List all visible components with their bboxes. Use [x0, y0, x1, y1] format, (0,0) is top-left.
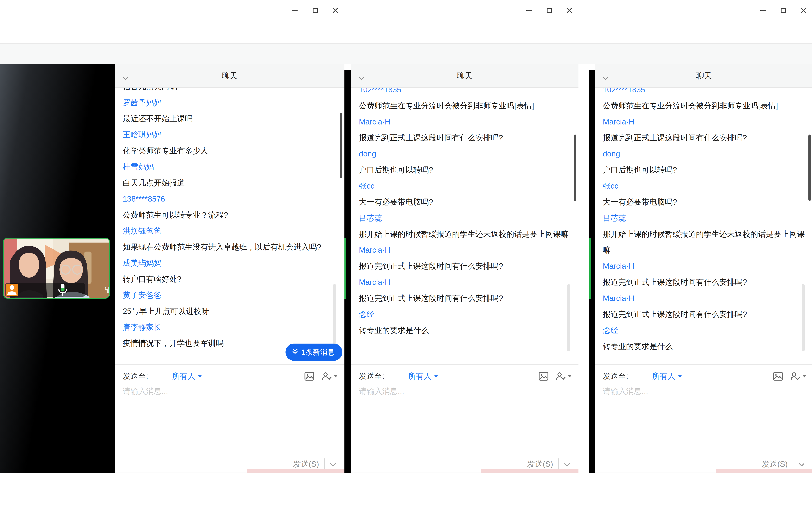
divider [793, 458, 793, 470]
scrollbar-thumb[interactable] [808, 134, 811, 201]
maximize-button[interactable] [305, 0, 325, 21]
audience-value: 所有人 [408, 371, 431, 382]
message-text: 报道完到正式上课这段时间有什么安排吗? [359, 258, 572, 274]
chat-title: 聊天 [351, 70, 578, 81]
minimize-button[interactable] [285, 0, 305, 21]
new-message-button[interactable]: 1条新消息 [286, 343, 342, 361]
maximize-button[interactable] [773, 0, 793, 21]
window-titlebar-band [0, 43, 812, 64]
scrollbar-track-segment[interactable] [333, 284, 336, 352]
new-message-label: 1条新消息 [301, 347, 335, 357]
scrollbar-thumb[interactable] [340, 113, 342, 178]
mention-user-button[interactable] [790, 372, 806, 381]
sender-name: dong [603, 146, 807, 162]
footer-divider [595, 364, 812, 365]
chevron-down-icon[interactable] [602, 73, 609, 83]
window-3-thumbnail-edge [589, 238, 591, 299]
send-options-button[interactable] [799, 459, 805, 469]
audience-dropdown[interactable]: 所有人 [652, 371, 682, 382]
send-options-button[interactable] [330, 459, 336, 469]
message-input[interactable]: 请输入消息... [603, 386, 648, 396]
message-text: 大一有必要带电脑吗? [603, 194, 807, 210]
chat-panel-window-3: 聊天102****1835公费师范生在专业分流时会被分到非师专业吗[表情]Mar… [595, 64, 812, 473]
message-text: 转专业的要求是什么 [359, 323, 572, 338]
window-controls-window-1 [285, 0, 345, 21]
message-input[interactable]: 请输入消息... [359, 386, 404, 396]
mention-user-button[interactable] [555, 372, 572, 381]
sender-name: 洪焕钰爸爸 [123, 223, 338, 239]
message-text: 户口后期也可以转吗? [603, 162, 807, 178]
send-button[interactable]: 发送(S) [527, 459, 553, 469]
sender-name: 黄子安爸爸 [123, 287, 338, 303]
audience-value: 所有人 [172, 371, 195, 382]
close-button[interactable] [793, 0, 812, 21]
message-list[interactable]: 102****1835公费师范生在专业分流时会被分到非师专业吗[表情]Marci… [595, 88, 812, 364]
sender-name: Marcia·H [359, 274, 572, 290]
close-icon [566, 7, 573, 13]
chat-panel-window-1: 聊天宿舍几点关门呢罗茜予妈妈最近还不开始上课吗王晗琪妈妈化学类师范专业有多少人杜… [115, 64, 344, 473]
presenter-role-icon [6, 284, 18, 296]
send-image-button[interactable] [304, 372, 315, 381]
chat-title: 聊天 [115, 70, 344, 81]
audience-dropdown[interactable]: 所有人 [172, 371, 202, 382]
message-list[interactable]: 102****1835公费师范生在专业分流时会被分到非师专业吗[表情]Marci… [351, 88, 578, 364]
scrollbar-thumb[interactable] [574, 134, 576, 201]
message-list[interactable]: 宿舍几点关门呢罗茜予妈妈最近还不开始上课吗王晗琪妈妈化学类师范专业有多少人杜雪妈… [115, 88, 344, 364]
sender-name: 138****8576 [123, 191, 338, 207]
message-list-inner: 102****1835公费师范生在专业分流时会被分到非师专业吗[表情]Marci… [603, 88, 807, 355]
sender-name: 张cc [603, 178, 807, 194]
message-text: 化学类师范专业有多少人 [123, 143, 338, 159]
message-list-inner: 102****1835公费师范生在专业分流时会被分到非师专业吗[表情]Marci… [359, 88, 572, 338]
sender-name: Marcia·H [603, 114, 807, 130]
close-button[interactable] [559, 0, 579, 21]
mention-user-button[interactable] [321, 372, 338, 381]
minimize-button[interactable] [753, 0, 773, 21]
chat-panel-header: 聊天 [595, 64, 812, 88]
chevron-down-icon [678, 375, 682, 377]
maximize-icon [546, 7, 552, 13]
send-button[interactable]: 发送(S) [762, 459, 788, 469]
message-text: 白天几点开始报道 [123, 175, 338, 191]
message-text: 公费师范生在专业分流时会被分到非师专业吗[表情] [603, 98, 807, 114]
send-image-button[interactable] [539, 372, 549, 381]
window-controls-window-2 [519, 0, 579, 21]
message-input[interactable]: 请输入消息... [123, 386, 168, 396]
chevron-down-icon [803, 375, 806, 377]
send-options-button[interactable] [564, 459, 570, 469]
audience-dropdown[interactable]: 所有人 [408, 371, 438, 382]
send-to-label: 发送至: [359, 371, 384, 382]
message-text: 那开始上课的时候暂缓报道的学生还未返校的话是要上网课嘛 [359, 226, 572, 242]
chevron-down-icon [568, 375, 572, 377]
sender-name: 念经 [603, 323, 807, 338]
bottom-edge-strip [481, 469, 578, 473]
message-text: 25号早上几点可以进校呀 [123, 303, 338, 319]
sender-name: 吕芯蕊 [359, 210, 572, 226]
message-text: 宿舍几点关门呢 [123, 88, 338, 95]
close-icon [332, 7, 339, 13]
maximize-button[interactable] [539, 0, 559, 21]
scrollbar-track-segment[interactable] [567, 284, 570, 352]
sender-name: Marcia·H [359, 242, 572, 258]
maximize-icon [312, 7, 318, 13]
chevron-down-icon[interactable] [122, 73, 128, 83]
microphone-icon [23, 283, 103, 297]
double-chevron-down-icon [292, 348, 298, 356]
chat-panel-header: 聊天 [115, 64, 344, 88]
message-text: 报道完到正式上课这段时间有什么安排吗? [603, 274, 807, 290]
scrollbar-track-segment[interactable] [802, 284, 805, 352]
send-to-row: 发送至:所有人 [351, 368, 578, 384]
sender-name: 唐李静家长 [123, 319, 338, 335]
minimize-button[interactable] [519, 0, 539, 21]
message-text: 报道完到正式上课这段时间有什么安排吗? [359, 290, 572, 306]
message-text: 转户口有啥好处? [123, 271, 338, 287]
send-button[interactable]: 发送(S) [293, 459, 319, 469]
send-to-label: 发送至: [603, 371, 628, 382]
close-button[interactable] [325, 0, 345, 21]
send-to-row: 发送至:所有人 [115, 368, 344, 384]
sender-name: 念经 [359, 306, 572, 323]
chevron-down-icon[interactable] [358, 73, 365, 83]
presenter-video-thumbnail[interactable]: 辅导员 邓文珺 [3, 238, 110, 299]
chevron-down-icon [434, 375, 438, 377]
send-image-button[interactable] [773, 372, 783, 381]
presenter-name-label: 辅导员 邓文珺 [105, 285, 110, 294]
